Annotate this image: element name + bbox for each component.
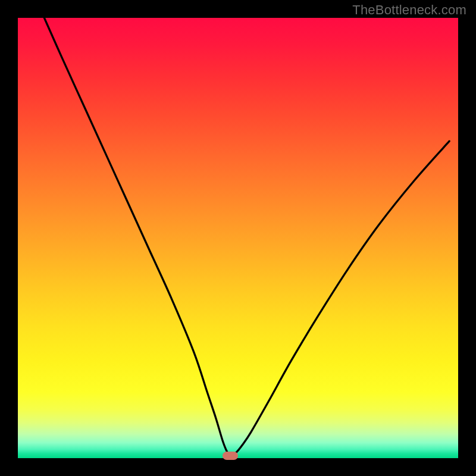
watermark-text: TheBottleneck.com xyxy=(352,2,466,18)
plot-area xyxy=(18,18,458,458)
curve-layer xyxy=(18,18,458,458)
chart-frame: TheBottleneck.com xyxy=(0,0,476,476)
optimal-marker xyxy=(223,452,238,460)
bottleneck-curve xyxy=(44,18,449,456)
